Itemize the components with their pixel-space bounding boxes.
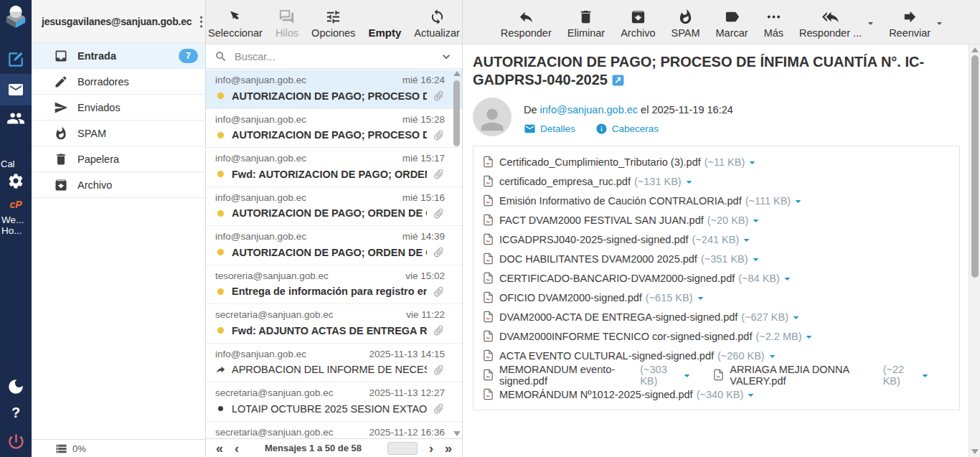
headers-toggle[interactable]: Cabeceras bbox=[595, 123, 659, 135]
scroll-down-icon[interactable] bbox=[453, 431, 461, 436]
attachment-name[interactable]: MEMORÁNDUM Nº1012-2025-signed.pdf bbox=[499, 389, 693, 400]
message-row[interactable]: info@sanjuan.gob.ec mié 15:17 Fwd: AUTOR… bbox=[206, 148, 462, 187]
attachment-name[interactable]: DOC HABILITANTES DVAM2000 2025.pdf bbox=[499, 253, 697, 265]
cpanel-logo[interactable]: cP bbox=[0, 199, 32, 210]
unread-dot-icon[interactable] bbox=[215, 171, 226, 177]
attachment-item[interactable]: ICGADPRSJ040-2025-signed-signed.pdf (~24… bbox=[482, 232, 753, 247]
message-toolbar-button[interactable]: Más bbox=[760, 9, 788, 39]
attachment-name[interactable]: MEMORANDUM evento-signed.pdf bbox=[499, 364, 636, 387]
open-in-popup-icon[interactable] bbox=[611, 73, 625, 87]
message-row[interactable]: info@sanjuan.gob.ec mié 16:24 AUTORIZACI… bbox=[206, 70, 462, 109]
message-row[interactable]: info@sanjuan.gob.ec mié 14:39 AUTORIZACI… bbox=[206, 226, 462, 265]
attachment-name[interactable]: CERTIFICADO-BANCARIO-DVAM2000-signed.pdf bbox=[499, 273, 735, 284]
sender-address-link[interactable]: info@sanjuan.gob.ec bbox=[540, 104, 638, 116]
attachment-menu-caret-icon[interactable] bbox=[680, 369, 694, 382]
attachment-name[interactable]: FACT DVAM2000 FESTIVAL SAN JUAN.pdf bbox=[499, 215, 704, 226]
unread-dot-icon[interactable] bbox=[215, 288, 226, 295]
attachment-item[interactable]: DVAM2000INFORME TECNICO cor-signed-signe… bbox=[482, 329, 816, 344]
folder-item[interactable]: SPAM bbox=[32, 121, 205, 146]
compose-button[interactable] bbox=[0, 50, 32, 69]
attachment-menu-caret-icon[interactable] bbox=[682, 175, 696, 189]
message-row[interactable]: tesoreria@sanjuan.gob.ec vie 15:02 Entre… bbox=[206, 265, 462, 305]
list-toolbar-button[interactable]: Seleccionar bbox=[204, 9, 267, 39]
attachment-name[interactable]: DVAM2000-ACTA DE ENTREGA-signed-signed.p… bbox=[499, 311, 738, 323]
attachment-item[interactable]: certificado_empresa_ruc.pdf (~131 KB) bbox=[482, 174, 696, 189]
message-row[interactable]: secretaria@sanjuan.gob.ec 2025-11-12 16:… bbox=[206, 422, 462, 439]
attachment-menu-caret-icon[interactable] bbox=[781, 272, 794, 286]
attachment-item[interactable]: DOC HABILITANTES DVAM2000 2025.pdf (~351… bbox=[482, 251, 763, 266]
attachment-item[interactable]: MEMORANDUM evento-signed.pdf (~303 KB) bbox=[482, 364, 694, 387]
attachment-item[interactable]: OFICIO DVAM2000-signed.pdf (~615 KB) bbox=[482, 290, 707, 305]
folder-item[interactable]: Archivo bbox=[32, 172, 205, 198]
contacts-module-button[interactable] bbox=[0, 109, 32, 128]
attachment-name[interactable]: Certificado_Cumplimiento_Tributario (3).… bbox=[499, 156, 701, 168]
last-page-icon[interactable]: » bbox=[445, 442, 452, 455]
message-row[interactable]: info@sanjuan.gob.ec mié 15:16 AUTORIZACI… bbox=[206, 187, 462, 227]
scrollbar-thumb[interactable] bbox=[453, 80, 460, 146]
attachment-name[interactable]: ACTA EVENTO CULTURAL-signed-signed.pdf bbox=[499, 350, 714, 362]
unread-dot-icon[interactable] bbox=[215, 249, 226, 255]
attachment-name[interactable]: ICGADPRSJ040-2025-signed-signed.pdf bbox=[499, 234, 689, 245]
search-options-chevron-icon[interactable] bbox=[439, 50, 453, 64]
message-toolbar-button[interactable]: SPAM bbox=[667, 9, 705, 39]
read-dot-icon[interactable] bbox=[215, 406, 226, 411]
message-row[interactable]: info@sanjuan.gob.ec 2025-11-13 14:15 APR… bbox=[206, 344, 462, 383]
attachment-name[interactable]: DVAM2000INFORME TECNICO cor-signed-signe… bbox=[499, 331, 752, 342]
message-list-scrollbar[interactable] bbox=[452, 71, 461, 436]
message-row[interactable]: secretaria@sanjuan.gob.ec 2025-11-13 12:… bbox=[206, 382, 462, 422]
list-toolbar-button[interactable]: Hilos bbox=[271, 9, 303, 39]
attachment-name[interactable]: OFICIO DVAM2000-signed.pdf bbox=[499, 292, 642, 303]
first-page-icon[interactable]: « bbox=[216, 442, 223, 455]
attachment-menu-caret-icon[interactable] bbox=[918, 369, 932, 382]
unread-dot-icon[interactable] bbox=[215, 327, 226, 334]
mail-module-button[interactable] bbox=[0, 74, 32, 105]
attachment-menu-caret-icon[interactable] bbox=[765, 349, 779, 363]
search-bar[interactable]: Buscar... bbox=[206, 44, 462, 69]
message-toolbar-button[interactable]: Archivo bbox=[616, 9, 659, 39]
message-toolbar-button[interactable]: Responder ... bbox=[795, 9, 866, 39]
page-number-input[interactable] bbox=[387, 442, 418, 455]
attachment-name[interactable]: Emisión Informativo de Caución CONTRALOR… bbox=[499, 195, 742, 207]
attachment-name[interactable]: ARRIAGA MEJIA DONNA VALERY.pdf bbox=[730, 364, 879, 387]
unread-dot-icon[interactable] bbox=[215, 93, 226, 99]
settings-button[interactable] bbox=[0, 172, 32, 189]
details-toggle[interactable]: Detalles bbox=[524, 123, 575, 135]
reading-pane-scrollbar[interactable] bbox=[969, 44, 980, 457]
attachment-menu-caret-icon[interactable] bbox=[749, 214, 763, 227]
attachment-menu-caret-icon[interactable] bbox=[740, 233, 753, 247]
list-toolbar-button[interactable]: Opciones bbox=[307, 9, 359, 39]
attachment-item[interactable]: ARRIAGA MEJIA DONNA VALERY.pdf (~22 KB) bbox=[712, 364, 932, 387]
unread-dot-icon[interactable] bbox=[215, 210, 226, 217]
attachment-menu-caret-icon[interactable] bbox=[791, 194, 805, 208]
attachment-name[interactable]: certificado_empresa_ruc.pdf bbox=[499, 176, 631, 187]
attachment-menu-caret-icon[interactable] bbox=[744, 388, 758, 402]
folder-item[interactable]: Entrada 7 bbox=[32, 43, 205, 69]
previous-page-icon[interactable]: ‹ bbox=[235, 442, 239, 455]
attachment-item[interactable]: ACTA EVENTO CULTURAL-signed-signed.pdf (… bbox=[482, 348, 779, 363]
folder-item[interactable]: Borradores bbox=[32, 69, 205, 95]
list-toolbar-button[interactable]: Actualizar bbox=[410, 9, 464, 39]
attachment-item[interactable]: FACT DVAM2000 FESTIVAL SAN JUAN.pdf (~20… bbox=[482, 212, 763, 227]
forwarded-icon[interactable] bbox=[215, 364, 226, 375]
attachment-item[interactable]: CERTIFICADO-BANCARIO-DVAM2000-signed.pdf… bbox=[482, 270, 794, 286]
scrollbar-thumb[interactable] bbox=[971, 55, 979, 278]
attachment-menu-caret-icon[interactable] bbox=[802, 330, 816, 344]
attachment-item[interactable]: MEMORÁNDUM Nº1012-2025-signed.pdf (~340 … bbox=[482, 387, 758, 402]
attachment-item[interactable]: Certificado_Cumplimiento_Tributario (3).… bbox=[482, 154, 759, 169]
attachment-menu-caret-icon[interactable] bbox=[749, 253, 763, 266]
message-toolbar-button[interactable]: Eliminar bbox=[563, 9, 609, 39]
sidebar-item-calendar[interactable]: Cal bbox=[0, 159, 32, 169]
attachment-item[interactable]: DVAM2000-ACTA DE ENTREGA-signed-signed.p… bbox=[482, 309, 803, 324]
folder-item[interactable]: Papelera bbox=[32, 146, 205, 172]
scroll-up-icon[interactable] bbox=[453, 71, 461, 76]
message-row[interactable]: info@sanjuan.gob.ec mié 15:28 AUTORIZACI… bbox=[206, 109, 462, 149]
unread-dot-icon[interactable] bbox=[215, 132, 226, 138]
scroll-down-icon[interactable] bbox=[971, 449, 979, 454]
help-button[interactable]: ? bbox=[0, 405, 32, 421]
sidebar-item-webmail-home[interactable]: We... Ho... bbox=[0, 215, 32, 236]
message-toolbar-button[interactable]: Reenviar bbox=[885, 9, 935, 39]
caret-down-icon[interactable] bbox=[933, 17, 946, 29]
scroll-up-icon[interactable] bbox=[971, 47, 979, 52]
attachment-menu-caret-icon[interactable] bbox=[789, 311, 803, 324]
dark-mode-button[interactable] bbox=[0, 377, 32, 396]
